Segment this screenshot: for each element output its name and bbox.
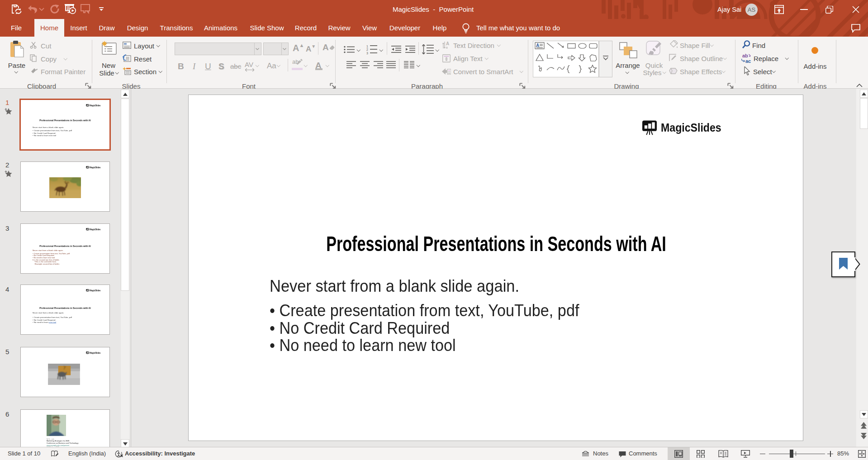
svg-text:A: A — [446, 41, 449, 46]
svg-text:2: 2 — [366, 48, 368, 51]
svg-text:1: 1 — [366, 45, 368, 48]
svg-text:3: 3 — [366, 52, 368, 55]
svg-text:A: A — [536, 43, 539, 48]
svg-text:ac: ac — [745, 58, 751, 64]
svg-text:ab: ab — [742, 53, 748, 58]
